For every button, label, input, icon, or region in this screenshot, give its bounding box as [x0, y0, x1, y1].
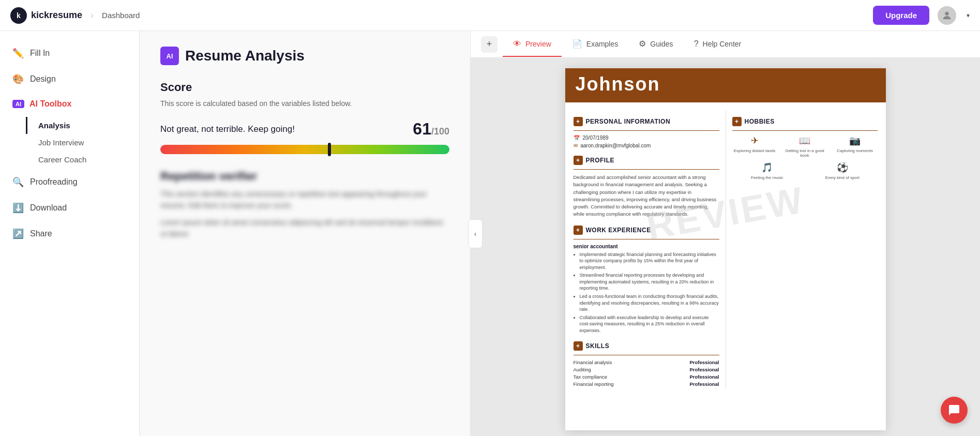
- design-icon: 🎨: [12, 73, 24, 85]
- subnav-job-interview[interactable]: Job Interview: [26, 134, 139, 151]
- content-area: AI Resume Analysis Score This score is c…: [140, 31, 980, 436]
- hobby-icon-2: 📷: [849, 135, 861, 146]
- sidebar-item-share[interactable]: ↗️ Share: [0, 222, 139, 246]
- share-icon: ↗️: [12, 228, 24, 239]
- dob-row: 📅 20/07/1989: [574, 135, 719, 141]
- help-icon: ?: [694, 39, 699, 49]
- hobby-label-4: Every kind of sport: [825, 175, 860, 180]
- svg-point-0: [945, 11, 948, 15]
- score-marker: [328, 143, 331, 156]
- bullet-1: Implemented strategic financial planning…: [580, 251, 719, 271]
- ai-subnav: Analysis Job Interview Career Coach: [0, 117, 139, 168]
- hobby-item-1: 📖 Getting lost in a good book: [782, 135, 827, 158]
- tab-guides[interactable]: ⚙ Guides: [628, 32, 683, 57]
- blurred-text: This section identifies any unnecessary …: [160, 188, 449, 212]
- add-tab-button[interactable]: +: [481, 36, 497, 53]
- score-max: /100: [431, 126, 449, 137]
- user-chevron-icon[interactable]: ▾: [967, 12, 970, 19]
- blurred-text-2: Lorem ipsum dolor sit amet consectetur a…: [160, 217, 449, 240]
- calendar-icon: 📅: [574, 135, 580, 141]
- hobby-icon-0: ✈: [751, 135, 759, 146]
- tab-preview[interactable]: 👁 Preview: [503, 32, 562, 57]
- preview-panel: + 👁 Preview 📄 Examples ⚙ Guides ? Help C…: [471, 31, 980, 436]
- sidebar-item-design[interactable]: 🎨 Design: [0, 67, 139, 91]
- score-bar: [160, 145, 449, 154]
- sidebar-item-fill-in[interactable]: ✏️ Fill In: [0, 41, 139, 65]
- sidebar-item-proofreading[interactable]: 🔍 Proofreading: [0, 170, 139, 194]
- hobby-icon-1: 📖: [799, 135, 810, 146]
- edit-icon: ✏️: [12, 48, 24, 59]
- blurred-section: Repetition verifier This section identif…: [160, 170, 449, 240]
- download-label: Download: [30, 203, 67, 213]
- profile-text: Dedicated and accomplished senior accoun…: [574, 174, 719, 218]
- fill-in-label: Fill In: [30, 49, 50, 58]
- hobby-item-4: ⚽ Every kind of sport: [807, 162, 878, 180]
- score-label: Not great, not terrible. Keep going!: [160, 124, 295, 134]
- bullet-list: Implemented strategic financial planning…: [574, 251, 719, 334]
- resume-name: Johnson: [576, 73, 876, 95]
- hobbies-title: Hobbies: [745, 118, 775, 125]
- skills-header: + Skills: [574, 341, 719, 351]
- sidebar-item-download[interactable]: ⬇️ Download: [0, 196, 139, 220]
- score-section: Score This score is calculated based on …: [160, 81, 449, 154]
- preview-tabs: + 👁 Preview 📄 Examples ⚙ Guides ? Help C…: [471, 31, 980, 58]
- skill-row-2: Auditing Professional: [574, 367, 719, 372]
- email-row: ✉ aaron.drapkin@mvfglobal.com: [574, 143, 719, 148]
- skill-row-3: Tax compliance Professional: [574, 374, 719, 380]
- examples-icon: 📄: [572, 39, 582, 49]
- score-title: Score: [160, 81, 449, 94]
- tab-examples[interactable]: 📄 Examples: [562, 32, 628, 57]
- section-plus-work: +: [574, 225, 583, 235]
- hobbies-grid-bottom: 🎵 Feeling the music ⚽ Every kind of spor…: [732, 162, 878, 180]
- skills-title: Skills: [586, 342, 610, 350]
- resume-card: Johnson + Personal Information: [565, 68, 886, 430]
- top-navigation: k kickresume › Dashboard Upgrade ▾: [0, 0, 980, 31]
- dob-value: 20/07/1989: [583, 135, 609, 141]
- avatar[interactable]: [938, 6, 956, 25]
- work-title: Work Experience: [586, 227, 651, 234]
- panel-header: AI Resume Analysis: [160, 47, 449, 65]
- sidebar: ✏️ Fill In 🎨 Design AI AI Toolbox Analys…: [0, 31, 140, 436]
- score-row: Not great, not terrible. Keep going! 61/…: [160, 119, 449, 139]
- subnav-analysis[interactable]: Analysis: [26, 117, 139, 134]
- ai-badge-large: AI: [160, 47, 179, 65]
- hobby-label-1: Getting lost in a good book: [782, 148, 827, 158]
- hobby-label-0: Exploring distant lands: [734, 148, 776, 153]
- section-plus-icon: +: [574, 117, 583, 126]
- nav-separator: ›: [91, 10, 94, 21]
- share-label: Share: [30, 229, 52, 238]
- personal-info-title: Personal Information: [586, 118, 671, 125]
- hobby-label-3: Feeling the music: [751, 175, 783, 180]
- resume-left-column: + Personal Information 📅 20/07/1989 ✉ aa…: [574, 111, 726, 388]
- ai-badge: AI: [12, 100, 24, 108]
- design-label: Design: [30, 74, 56, 84]
- panel-title: Resume Analysis: [185, 48, 305, 64]
- chat-button[interactable]: [941, 397, 968, 424]
- analysis-panel: AI Resume Analysis Score This score is c…: [140, 31, 471, 436]
- skill-row-1: Financial analysis Professional: [574, 359, 719, 365]
- hobby-icon-4: ⚽: [837, 162, 848, 173]
- upgrade-button[interactable]: Upgrade: [873, 6, 929, 25]
- hobby-icon-3: 🎵: [761, 162, 773, 173]
- bullet-3: Led a cross-functional team in conductin…: [580, 293, 719, 313]
- hobby-item-3: 🎵 Feeling the music: [732, 162, 803, 180]
- hobbies-header: + Hobbies: [732, 117, 878, 126]
- preview-icon: 👁: [513, 39, 521, 49]
- tab-help-center[interactable]: ? Help Center: [684, 32, 752, 57]
- skill-row-4: Financial reporting Professional: [574, 381, 719, 387]
- sidebar-item-ai-toolbox[interactable]: AI AI Toolbox: [0, 93, 139, 115]
- dashboard-breadcrumb[interactable]: Dashboard: [102, 11, 140, 20]
- profile-header: + Profile: [574, 156, 719, 165]
- subnav-career-coach[interactable]: Career Coach: [26, 151, 139, 168]
- hobby-item-2: 📷 Capturing moments: [833, 135, 878, 158]
- section-plus-hobbies: +: [732, 117, 742, 126]
- personal-info-header: + Personal Information: [574, 117, 719, 126]
- score-value: 61/100: [413, 119, 449, 139]
- collapse-button[interactable]: ‹: [468, 219, 483, 248]
- resume-right-column: + Hobbies ✈ Exploring distant lands: [726, 111, 878, 388]
- resume-body: + Personal Information 📅 20/07/1989 ✉ aa…: [565, 102, 886, 397]
- bullet-2: Streamlined financial reporting processe…: [580, 272, 719, 292]
- logo[interactable]: k kickresume: [10, 7, 82, 24]
- logo-icon: k: [10, 7, 27, 24]
- email-icon: ✉: [574, 143, 578, 148]
